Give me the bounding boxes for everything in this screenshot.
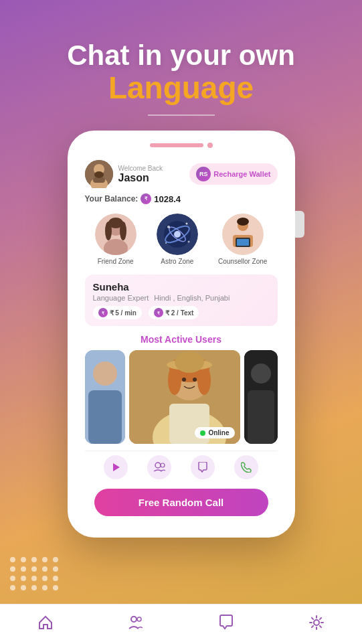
counsellor-zone-avatar xyxy=(222,214,264,255)
call-price-icon: ₹ xyxy=(98,308,108,317)
expert-card: Suneha Language Expert Hindi , English, … xyxy=(85,274,278,326)
svg-point-38 xyxy=(182,378,186,382)
nav-home[interactable] xyxy=(29,612,62,637)
astro-zone-avatar xyxy=(157,214,198,255)
nav-friends[interactable] xyxy=(120,612,152,637)
online-dot xyxy=(200,430,205,436)
app-bottom-nav xyxy=(0,604,362,644)
call-price: ₹ 5 / min xyxy=(110,309,137,317)
friend-zone[interactable]: Friend Zone xyxy=(95,214,137,265)
svg-point-27 xyxy=(93,361,117,386)
svg-marker-44 xyxy=(113,463,120,471)
astro-zone[interactable]: Astro Zone xyxy=(157,214,198,265)
text-price-icon: ₹ xyxy=(154,308,163,317)
svg-point-37 xyxy=(175,351,204,373)
welcome-label: Welcome Back xyxy=(118,165,163,172)
settings-icon xyxy=(308,615,325,635)
balance-label: Your Balance: xyxy=(85,194,139,204)
active-users-title: Most Active Users xyxy=(85,334,278,345)
recharge-wallet-button[interactable]: RS Recharge Wallet xyxy=(189,163,277,185)
gallery-main: Online xyxy=(129,350,240,444)
counsellor-zone-label: Counsellor Zone xyxy=(218,258,267,265)
svg-point-10 xyxy=(120,222,126,240)
home-icon xyxy=(37,615,54,635)
phone-body: Welcome Back Jason RS Recharge Wallet Yo… xyxy=(68,131,295,538)
phone-side-button xyxy=(295,211,304,238)
user-info: Welcome Back Jason xyxy=(85,160,163,188)
avatar xyxy=(85,160,113,188)
expert-info: Language Expert Hindi , English, Punjabi xyxy=(93,294,270,302)
friend-zone-label: Friend Zone xyxy=(98,258,134,265)
phone-notch xyxy=(76,143,287,148)
svg-point-9 xyxy=(105,222,112,240)
chat-button[interactable] xyxy=(191,455,215,479)
text-price-badge: ₹ ₹ 2 / Text xyxy=(149,306,199,319)
username-label: Jason xyxy=(118,172,163,184)
gallery-side-left xyxy=(85,350,125,444)
svg-point-47 xyxy=(131,617,137,622)
screen-content: Welcome Back Jason RS Recharge Wallet Yo… xyxy=(76,153,287,530)
play-button[interactable] xyxy=(104,455,128,479)
astro-zone-label: Astro Zone xyxy=(161,258,193,265)
online-text: Online xyxy=(208,429,229,436)
svg-point-19 xyxy=(165,242,167,244)
counsellor-zone[interactable]: Counsellor Zone xyxy=(218,214,267,265)
balance-row: Your Balance: ₹ 1028.4 xyxy=(85,193,278,204)
currency-icon: ₹ xyxy=(141,193,151,204)
friends-icon xyxy=(128,615,144,635)
svg-point-25 xyxy=(237,218,249,226)
app-header: Welcome Back Jason RS Recharge Wallet xyxy=(85,160,278,188)
svg-point-16 xyxy=(167,226,170,228)
nav-messages[interactable] xyxy=(210,612,242,637)
svg-rect-3 xyxy=(93,177,105,183)
svg-point-42 xyxy=(251,364,271,384)
gallery-side-right xyxy=(244,350,278,444)
phone-action-nav xyxy=(85,451,278,483)
notch-dot xyxy=(207,143,213,148)
svg-point-4 xyxy=(94,171,104,178)
rs-icon: RS xyxy=(196,167,211,181)
decorative-dots xyxy=(10,557,60,590)
friend-zone-avatar xyxy=(95,214,137,255)
svg-rect-24 xyxy=(237,239,249,246)
svg-point-39 xyxy=(193,378,197,382)
phone-screen: Welcome Back Jason RS Recharge Wallet Yo… xyxy=(76,153,287,530)
notch-bar xyxy=(150,143,203,147)
hero-divider xyxy=(148,114,215,116)
expert-languages: Hindi , English, Punjabi xyxy=(154,294,230,302)
hero-line2: Language xyxy=(0,71,362,105)
user-text: Welcome Back Jason xyxy=(118,165,163,184)
svg-point-18 xyxy=(187,241,189,243)
hero-line1: Chat in your own xyxy=(0,40,362,71)
svg-point-46 xyxy=(161,463,165,467)
svg-point-48 xyxy=(137,617,141,621)
svg-rect-43 xyxy=(248,390,274,444)
expert-prices: ₹ ₹ 5 / min ₹ ₹ 2 / Text xyxy=(93,306,270,319)
expert-role: Language Expert xyxy=(93,294,149,302)
messages-icon xyxy=(218,615,234,635)
expert-name: Suneha xyxy=(93,281,270,293)
text-price: ₹ 2 / Text xyxy=(165,309,194,317)
zones-row: Friend Zone xyxy=(85,214,278,265)
hero-section: Chat in your own Language xyxy=(0,40,362,116)
svg-point-15 xyxy=(174,231,181,238)
svg-point-49 xyxy=(314,620,319,625)
online-badge: Online xyxy=(195,427,234,438)
call-button[interactable] xyxy=(234,455,258,479)
svg-rect-28 xyxy=(88,390,122,444)
phone-mockup: Welcome Back Jason RS Recharge Wallet Yo… xyxy=(68,131,295,538)
free-random-call-button[interactable]: Free Random Call xyxy=(94,489,268,516)
svg-point-17 xyxy=(185,223,187,225)
recharge-label: Recharge Wallet xyxy=(213,170,270,178)
call-price-badge: ₹ ₹ 5 / min xyxy=(93,306,142,319)
balance-value: 1028.4 xyxy=(154,194,181,204)
users-gallery: Online xyxy=(85,350,278,444)
svg-point-45 xyxy=(155,463,161,468)
friends-button[interactable] xyxy=(147,455,171,479)
nav-settings[interactable] xyxy=(300,612,333,637)
